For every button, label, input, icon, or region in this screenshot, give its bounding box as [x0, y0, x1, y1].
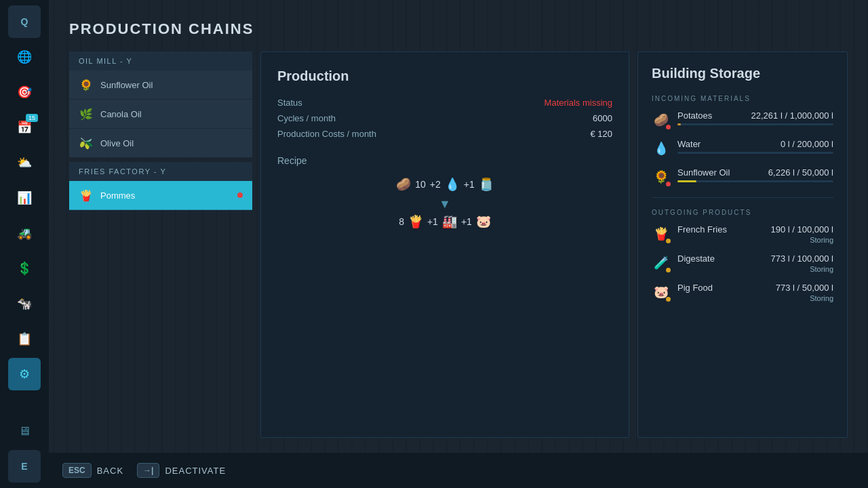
storage-item-digestate: 🧪 Digestate 773 l / 100,000 l Storing — [652, 253, 833, 273]
deactivate-button[interactable]: →| DEACTIVATE — [137, 463, 226, 478]
water-amount: 0 l / 200,000 l — [781, 139, 833, 149]
sidebar-btn-tractor[interactable]: 🚜 — [8, 217, 41, 249]
sidebar-btn-production[interactable]: ⚙ — [8, 358, 41, 390]
digestate-status: Storing — [677, 265, 833, 273]
recipe-amount-1: 10 — [415, 179, 426, 190]
potatoes-icon: 🥔 — [652, 110, 671, 129]
content-area: OIL MILL - Y 🌻 Sunflower Oil 🌿 Canola Oi… — [69, 52, 848, 438]
french-fries-name: French Fries — [677, 224, 727, 235]
storage-item-sunflower-oil: 🌻 Sunflower Oil 6,226 l / 50,000 l — [652, 167, 833, 186]
main-content: PRODUCTION CHAINS OIL MILL - Y 🌻 Sunflow… — [49, 0, 868, 488]
cycles-label: Cycles / month — [277, 113, 336, 123]
water-icon-storage: 💧 — [652, 139, 671, 158]
costs-value: € 120 — [590, 129, 612, 139]
storage-item-french-fries: 🍟 French Fries 190 l / 100,000 l Storing — [652, 224, 833, 244]
water-name: Water — [677, 139, 701, 149]
chain-item-label: Olive Oil — [100, 138, 134, 148]
pig-food-icon: 🐷 — [652, 283, 671, 302]
chain-item-label: Pommes — [100, 190, 135, 201]
recipe-inputs-row: 🥔 10 +2 💧 +1 🫙 — [277, 177, 612, 192]
sidebar-btn-calendar[interactable]: 15 📅 — [8, 111, 41, 144]
back-key: ESC — [62, 463, 92, 478]
recipe-outputs-row: 8 🍟 +1 🏭 +1 🐷 — [277, 214, 612, 229]
recipe-section: Recipe 🥔 10 +2 💧 +1 🫙 ▼ 8 🍟 +1 🏭 +1 🐷 — [277, 155, 612, 229]
sidebar-btn-stats[interactable]: 📊 — [8, 182, 41, 214]
sidebar-btn-weather[interactable]: ⛅ — [8, 146, 41, 179]
french-fries-icon: 🍟 — [652, 224, 671, 243]
storage-divider — [652, 197, 833, 198]
chain-item-label: Sunflower Oil — [100, 80, 153, 90]
sunflower-oil-name: Sunflower Oil — [677, 167, 730, 178]
sidebar-btn-q[interactable]: Q — [8, 5, 41, 38]
status-label: Status — [277, 98, 302, 108]
sidebar-btn-globe[interactable]: 🌐 — [8, 41, 41, 73]
status-row: Status Materials missing — [277, 98, 612, 108]
chain-item-pommes[interactable]: 🍟 Pommes — [69, 181, 252, 210]
production-chains-panel: OIL MILL - Y 🌻 Sunflower Oil 🌿 Canola Oi… — [69, 52, 252, 438]
sunflower-oil-icon-storage: 🌻 — [652, 167, 671, 186]
cycles-row: Cycles / month 6000 — [277, 113, 612, 123]
chain-group-fries-factory: FRIES FACTORY - Y — [69, 162, 252, 181]
recipe-plus-2: +1 — [464, 179, 475, 190]
back-label: BACK — [97, 466, 123, 476]
french-fries-status-dot — [666, 239, 671, 243]
sunflower-oil-icon-recipe: 🫙 — [479, 177, 494, 192]
storage-item-water: 💧 Water 0 l / 200,000 l — [652, 139, 833, 158]
chain-item-canola-oil[interactable]: 🌿 Canola Oil — [69, 100, 252, 129]
recipe-plus-1: +2 — [430, 179, 441, 190]
status-value: Materials missing — [545, 98, 612, 108]
fries-icon-recipe: 🍟 — [408, 214, 423, 229]
pig-food-name: Pig Food — [677, 283, 713, 293]
storage-item-pig-food: 🐷 Pig Food 773 l / 50,000 l Storing — [652, 283, 833, 302]
sidebar-btn-steering[interactable]: 🎯 — [8, 76, 41, 108]
sidebar: Q 🌐 🎯 15 📅 ⛅ 📊 🚜 💲 🐄 📋 ⚙ 🖥 E — [0, 0, 49, 488]
chain-item-sunflower-oil[interactable]: 🌻 Sunflower Oil — [69, 70, 252, 100]
chain-item-olive-oil[interactable]: 🫒 Olive Oil — [69, 129, 252, 158]
water-icon: 💧 — [445, 177, 460, 192]
potato-icon: 🥔 — [396, 177, 411, 192]
incoming-materials-label: INCOMING MATERIALS — [652, 95, 833, 102]
pommes-icon: 🍟 — [79, 188, 94, 203]
storage-panel: Building Storage INCOMING MATERIALS 🥔 Po… — [637, 52, 848, 438]
sidebar-btn-e[interactable]: E — [8, 450, 41, 483]
deactivate-key: →| — [137, 463, 159, 478]
recipe-label: Recipe — [277, 155, 612, 166]
french-fries-status: Storing — [677, 236, 833, 244]
production-panel: Production Status Materials missing Cycl… — [260, 52, 629, 438]
recipe-out-plus-2: +1 — [461, 216, 472, 227]
pig-food-status: Storing — [677, 294, 833, 302]
chain-item-dot-red — [237, 192, 243, 198]
sidebar-btn-finance[interactable]: 💲 — [8, 252, 41, 285]
pig-food-status-dot — [666, 297, 671, 302]
cycles-value: 6000 — [593, 113, 612, 123]
sidebar-btn-animals[interactable]: 🐄 — [8, 287, 41, 320]
pigfood-icon-recipe: 🐷 — [476, 214, 491, 229]
chain-group-oil-mill: OIL MILL - Y — [69, 52, 252, 70]
sunflower-oil-icon: 🌻 — [79, 77, 94, 92]
digestate-icon: 🧪 — [652, 253, 671, 272]
canola-oil-icon: 🌿 — [79, 106, 94, 121]
recipe-arrow: ▼ — [277, 197, 612, 211]
recipe-out-amount-1: 8 — [399, 216, 404, 227]
page-title: PRODUCTION CHAINS — [69, 20, 848, 38]
digestate-status-dot — [666, 268, 671, 272]
sunflower-oil-status-dot — [666, 182, 671, 186]
french-fries-amount: 190 l / 100,000 l — [770, 224, 833, 235]
olive-oil-icon: 🫒 — [79, 136, 94, 150]
sidebar-btn-monitor[interactable]: 🖥 — [8, 415, 41, 447]
sidebar-btn-tasks[interactable]: 📋 — [8, 323, 41, 355]
storage-panel-title: Building Storage — [652, 66, 833, 81]
production-panel-title: Production — [277, 68, 612, 84]
potatoes-amount: 22,261 l / 1,000,000 l — [751, 110, 833, 121]
costs-label: Production Costs / month — [277, 129, 376, 139]
recipe-out-plus-1: +1 — [427, 216, 438, 227]
sunflower-oil-amount: 6,226 l / 50,000 l — [768, 167, 833, 178]
pig-food-amount: 773 l / 50,000 l — [776, 283, 833, 293]
deactivate-label: DEACTIVATE — [165, 466, 226, 476]
chain-item-label: Canola Oil — [100, 109, 142, 119]
outgoing-products-label: OUTGOING PRODUCTS — [652, 209, 833, 216]
bottom-bar: ESC BACK →| DEACTIVATE — [49, 453, 868, 488]
storage-item-potatoes: 🥔 Potatoes 22,261 l / 1,000,000 l — [652, 110, 833, 129]
back-button[interactable]: ESC BACK — [62, 463, 123, 478]
potatoes-status-dot — [666, 125, 671, 129]
